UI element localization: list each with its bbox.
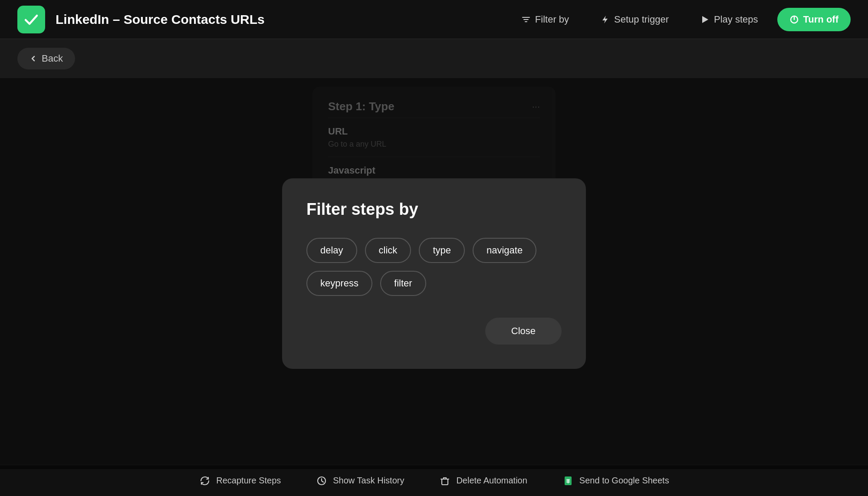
main-area: Step 1: Type ··· URL Go to a any URL Jav…: [0, 78, 868, 469]
send-to-google-sheets-button[interactable]: Send to Google Sheets: [562, 475, 669, 487]
filter-tag-click[interactable]: click: [365, 238, 411, 263]
recapture-icon: [199, 475, 211, 487]
trash-icon: [439, 475, 451, 487]
filter-modal: Filter steps by delay click type navigat…: [282, 178, 586, 369]
modal-title: Filter steps by: [306, 200, 562, 219]
setup-trigger-button[interactable]: Setup trigger: [588, 8, 681, 31]
google-sheets-icon: [562, 475, 574, 487]
play-steps-button[interactable]: Play steps: [688, 8, 770, 31]
app-logo: [17, 6, 45, 33]
filter-tag-delay[interactable]: delay: [306, 238, 357, 263]
modal-close-button[interactable]: Close: [485, 318, 562, 345]
power-icon: [789, 15, 799, 24]
delete-automation-button[interactable]: Delete Automation: [439, 475, 527, 487]
filter-by-button[interactable]: Filter by: [509, 8, 581, 31]
filter-tag-keypress[interactable]: keypress: [306, 271, 372, 296]
filter-icon: [521, 15, 531, 24]
history-icon: [316, 475, 328, 487]
bottom-bar: Recapture Steps Show Task History Delete…: [0, 465, 868, 496]
header: LinkedIn – Source Contacts URLs Filter b…: [0, 0, 868, 39]
lightning-icon: [600, 15, 610, 24]
svg-marker-3: [602, 16, 608, 23]
back-bar: Back: [0, 39, 868, 78]
play-icon: [700, 15, 710, 24]
recapture-steps-button[interactable]: Recapture Steps: [199, 475, 281, 487]
filter-tag-type[interactable]: type: [419, 238, 465, 263]
svg-rect-8: [442, 479, 448, 485]
chevron-left-icon: [30, 55, 37, 62]
page-title: LinkedIn – Source Contacts URLs: [56, 12, 509, 27]
filter-tag-filter[interactable]: filter: [380, 271, 426, 296]
toolbar: Filter by Setup trigger Play steps Turn …: [509, 8, 851, 31]
show-task-history-button[interactable]: Show Task History: [316, 475, 404, 487]
modal-overlay: Filter steps by delay click type navigat…: [0, 78, 868, 469]
turn-off-button[interactable]: Turn off: [777, 8, 851, 31]
back-button[interactable]: Back: [17, 48, 75, 69]
filter-tag-navigate[interactable]: navigate: [473, 238, 536, 263]
filter-tags-container: delay click type navigate keypress filte…: [306, 238, 562, 296]
svg-marker-4: [702, 16, 708, 23]
